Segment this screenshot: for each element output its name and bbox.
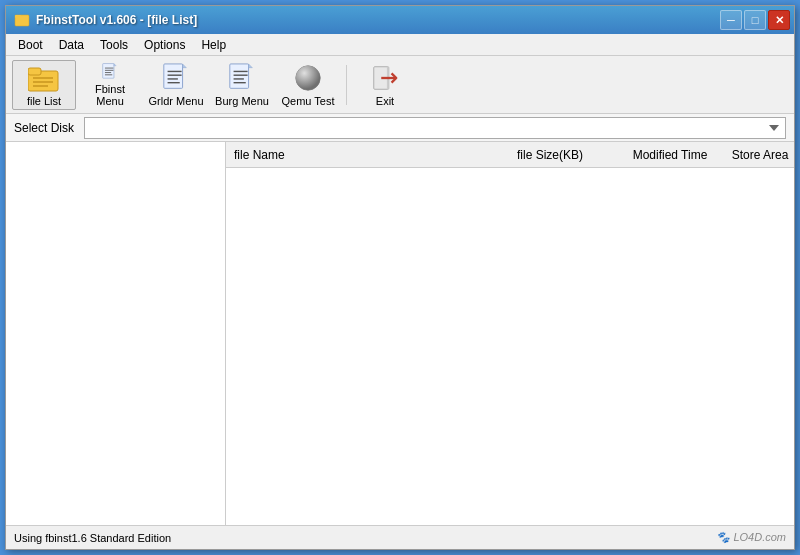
menu-options[interactable]: Options bbox=[136, 36, 193, 54]
qemu-test-button[interactable]: Qemu Test bbox=[276, 60, 340, 110]
burg-menu-icon bbox=[226, 63, 258, 93]
file-table-body bbox=[226, 168, 794, 525]
burg-menu-button[interactable]: Burg Menu bbox=[210, 60, 274, 110]
right-panel: file Name file Size(KB) Modified Time St… bbox=[226, 142, 794, 525]
status-logo: 🐾 LO4D.com bbox=[716, 531, 786, 544]
fbinst-menu-label: Fbinst Menu bbox=[81, 83, 139, 107]
select-disk-row: Select Disk bbox=[6, 114, 794, 142]
exit-button[interactable]: Exit bbox=[353, 60, 417, 110]
window-title: FbinstTool v1.606 - [file List] bbox=[36, 13, 197, 27]
title-buttons: ─ □ ✕ bbox=[720, 10, 790, 30]
file-list-button[interactable]: file List bbox=[12, 60, 76, 110]
left-panel bbox=[6, 142, 226, 525]
minimize-button[interactable]: ─ bbox=[720, 10, 742, 30]
menu-help[interactable]: Help bbox=[193, 36, 234, 54]
burg-menu-label: Burg Menu bbox=[215, 95, 269, 107]
file-list-label: file List bbox=[27, 95, 61, 107]
menu-bar: Boot Data Tools Options Help bbox=[6, 34, 794, 56]
file-table-header: file Name file Size(KB) Modified Time St… bbox=[226, 142, 794, 168]
svg-point-26 bbox=[296, 65, 320, 89]
svg-marker-20 bbox=[249, 63, 253, 67]
exit-icon bbox=[369, 63, 401, 93]
fbinst-menu-button[interactable]: Fbinst Menu bbox=[78, 60, 142, 110]
svg-rect-3 bbox=[28, 68, 41, 75]
svg-rect-1 bbox=[15, 15, 21, 18]
col-filesize-header: file Size(KB) bbox=[490, 148, 610, 162]
svg-rect-19 bbox=[230, 63, 249, 87]
title-bar-left: FbinstTool v1.606 - [file List] bbox=[14, 12, 197, 28]
status-text: Using fbinst1.6 Standard Edition bbox=[14, 532, 171, 544]
select-disk-dropdown[interactable] bbox=[84, 117, 786, 139]
menu-tools[interactable]: Tools bbox=[92, 36, 136, 54]
qemu-test-label: Qemu Test bbox=[282, 95, 335, 107]
svg-marker-8 bbox=[114, 63, 116, 65]
col-modified-header: Modified Time bbox=[610, 148, 730, 162]
app-icon bbox=[14, 12, 30, 28]
toolbar-separator bbox=[346, 65, 347, 105]
fbinst-menu-icon bbox=[94, 63, 126, 81]
svg-marker-14 bbox=[183, 63, 187, 67]
grldr-menu-button[interactable]: Grldr Menu bbox=[144, 60, 208, 110]
grldr-menu-label: Grldr Menu bbox=[148, 95, 203, 107]
maximize-button[interactable]: □ bbox=[744, 10, 766, 30]
status-bar: Using fbinst1.6 Standard Edition 🐾 LO4D.… bbox=[6, 525, 794, 549]
col-filename-header: file Name bbox=[230, 148, 490, 162]
menu-boot[interactable]: Boot bbox=[10, 36, 51, 54]
title-bar: FbinstTool v1.606 - [file List] ─ □ ✕ bbox=[6, 6, 794, 34]
exit-label: Exit bbox=[376, 95, 394, 107]
qemu-test-icon bbox=[292, 63, 324, 93]
select-disk-label: Select Disk bbox=[14, 121, 74, 135]
main-window: FbinstTool v1.606 - [file List] ─ □ ✕ Bo… bbox=[5, 5, 795, 550]
svg-rect-13 bbox=[164, 63, 183, 87]
folder-icon bbox=[28, 63, 60, 93]
svg-rect-7 bbox=[103, 63, 114, 78]
col-storearea-header: Store Area bbox=[730, 148, 790, 162]
grldr-menu-icon bbox=[160, 63, 192, 93]
toolbar: file List Fbinst Menu bbox=[6, 56, 794, 114]
close-button[interactable]: ✕ bbox=[768, 10, 790, 30]
main-content: file Name file Size(KB) Modified Time St… bbox=[6, 142, 794, 525]
menu-data[interactable]: Data bbox=[51, 36, 92, 54]
